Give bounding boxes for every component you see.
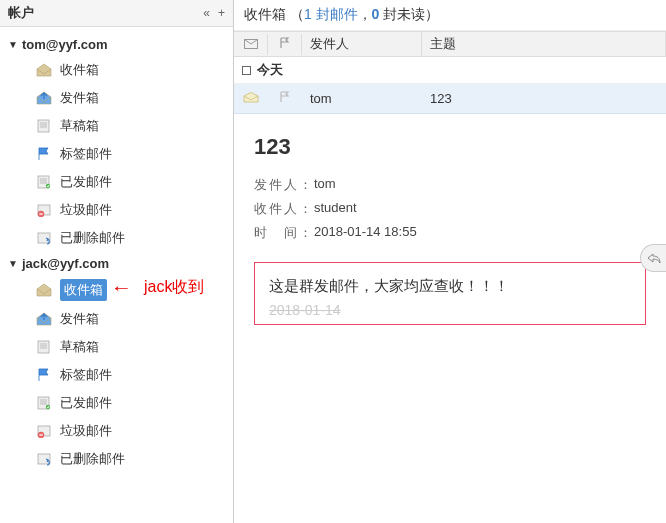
row-sender: tom	[302, 88, 422, 109]
folder-tagged[interactable]: 标签邮件	[0, 140, 233, 168]
main-pane: 收件箱 （1 封邮件，0 封未读） 发件人 主题 今天 tom123 123 发…	[234, 0, 666, 523]
col-subject[interactable]: 主题	[422, 32, 666, 56]
caret-down-icon: ▼	[8, 258, 18, 269]
svg-rect-25	[38, 454, 50, 464]
sent-icon	[36, 175, 52, 189]
folder-sent[interactable]: 已发邮件	[0, 389, 233, 417]
preview-body-text: 这是群发邮件，大家均应查收！！！	[269, 277, 631, 296]
reply-tab[interactable]	[640, 244, 666, 272]
account-tree: ▼tom@yyf.com收件箱发件箱草稿箱标签邮件已发邮件垃圾邮件已删除邮件▼j…	[0, 27, 233, 523]
col-read-icon[interactable]	[234, 34, 268, 55]
drafts-icon	[36, 340, 52, 354]
tagged-icon	[36, 147, 52, 161]
group-label: 今天	[257, 61, 283, 79]
mail-rows: tom123	[234, 84, 666, 114]
preview-time: 2018-01-14 18:55	[314, 224, 417, 242]
folder-label: 草稿箱	[60, 116, 99, 136]
folder-label: 已删除邮件	[60, 449, 125, 469]
folder-label: 发件箱	[60, 309, 99, 329]
folder-label: 收件箱	[60, 60, 99, 80]
folder-label: 已删除邮件	[60, 228, 125, 248]
collapse-icon[interactable]: «	[203, 6, 210, 20]
trash-icon	[36, 203, 52, 217]
folder-drafts[interactable]: 草稿箱	[0, 112, 233, 140]
sidebar-title: 帐户	[8, 4, 203, 22]
mail-list-title: 收件箱 （1 封邮件，0 封未读）	[234, 0, 666, 31]
add-account-icon[interactable]: +	[218, 6, 225, 20]
preview-body-box: 这是群发邮件，大家均应查收！！！ 2018-01-14	[254, 262, 646, 325]
tagged-icon	[36, 368, 52, 382]
svg-rect-0	[38, 120, 49, 132]
account-node[interactable]: ▼tom@yyf.com	[0, 33, 233, 56]
mail-preview: 123 发件人： tom 收件人： student 时 间： 2018-01-1…	[234, 114, 666, 523]
folder-trash[interactable]: 垃圾邮件	[0, 196, 233, 224]
time-label: 时 间：	[254, 224, 314, 242]
preview-subject: 123	[254, 134, 646, 160]
sidebar-controls: « +	[203, 6, 225, 20]
flag-icon[interactable]	[268, 88, 302, 109]
svg-rect-11	[39, 213, 43, 214]
folder-deleted[interactable]: 已删除邮件	[0, 224, 233, 252]
deleted-icon	[36, 231, 52, 245]
folder-label: 已发邮件	[60, 172, 112, 192]
read-status-icon	[234, 88, 268, 109]
preview-sender: tom	[314, 176, 336, 194]
account-email: tom@yyf.com	[22, 37, 108, 52]
folder-label: 标签邮件	[60, 144, 112, 164]
svg-rect-12	[38, 233, 50, 243]
group-today[interactable]: 今天	[234, 57, 666, 84]
outbox-icon	[36, 91, 52, 105]
folder-trash[interactable]: 垃圾邮件	[0, 417, 233, 445]
folder-deleted[interactable]: 已删除邮件	[0, 445, 233, 473]
folder-name: 收件箱	[244, 6, 286, 22]
folder-outbox[interactable]: 发件箱	[0, 84, 233, 112]
folder-label: 发件箱	[60, 88, 99, 108]
sender-label: 发件人：	[254, 176, 314, 194]
sent-icon	[36, 396, 52, 410]
preview-recipient: student	[314, 200, 357, 218]
inbox-icon	[36, 63, 52, 77]
folder-label: 垃圾邮件	[60, 200, 112, 220]
folder-label: 标签邮件	[60, 365, 112, 385]
outbox-icon	[36, 312, 52, 326]
svg-rect-24	[39, 434, 43, 435]
row-subject: 123	[422, 88, 666, 109]
sidebar-header: 帐户 « +	[0, 0, 233, 27]
mail-list-header: 发件人 主题	[234, 31, 666, 57]
collapse-square-icon	[242, 66, 251, 75]
mail-row[interactable]: tom123	[234, 84, 666, 114]
preview-body-date: 2018-01-14	[269, 302, 631, 318]
folder-outbox[interactable]: 发件箱	[0, 305, 233, 333]
caret-down-icon: ▼	[8, 39, 18, 50]
folder-tagged[interactable]: 标签邮件	[0, 361, 233, 389]
folder-sent[interactable]: 已发邮件	[0, 168, 233, 196]
recipient-label: 收件人：	[254, 200, 314, 218]
col-sender[interactable]: 发件人	[302, 32, 422, 56]
folder-inbox[interactable]: 收件箱	[0, 275, 233, 305]
folder-label: 草稿箱	[60, 337, 99, 357]
col-flag-icon[interactable]	[268, 34, 302, 55]
deleted-icon	[36, 452, 52, 466]
inbox-icon	[36, 283, 52, 297]
count-total: 1 封邮件	[304, 6, 358, 22]
mail-counts: （1 封邮件，0 封未读）	[290, 6, 439, 22]
folder-inbox[interactable]: 收件箱	[0, 56, 233, 84]
svg-rect-13	[38, 341, 49, 353]
trash-icon	[36, 424, 52, 438]
drafts-icon	[36, 119, 52, 133]
account-email: jack@yyf.com	[22, 256, 109, 271]
account-node[interactable]: ▼jack@yyf.com	[0, 252, 233, 275]
folder-label: 收件箱	[60, 279, 107, 301]
folder-drafts[interactable]: 草稿箱	[0, 333, 233, 361]
folder-label: 已发邮件	[60, 393, 112, 413]
sidebar: 帐户 « + ▼tom@yyf.com收件箱发件箱草稿箱标签邮件已发邮件垃圾邮件…	[0, 0, 234, 523]
folder-label: 垃圾邮件	[60, 421, 112, 441]
